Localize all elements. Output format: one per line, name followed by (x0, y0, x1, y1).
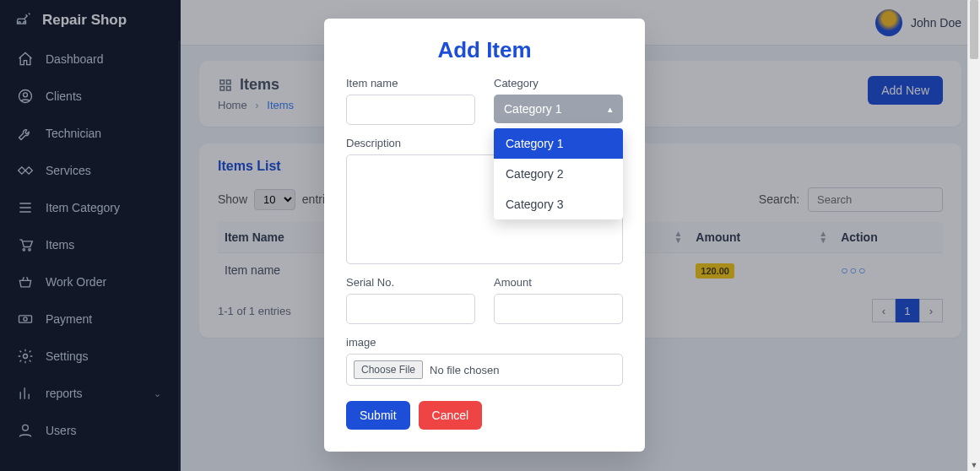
category-option-3[interactable]: Category 3 (494, 189, 623, 219)
choose-file-button[interactable]: Choose File (354, 360, 423, 379)
category-option-1[interactable]: Category 1 (494, 128, 623, 159)
label-image: image (346, 336, 623, 349)
input-amount[interactable] (494, 294, 623, 324)
add-item-modal: Add Item Item name Category Category 1 ▴… (324, 19, 645, 452)
file-none-text: No file chosen (430, 364, 499, 376)
label-category: Category (494, 77, 623, 89)
file-input-wrap[interactable]: Choose File No file chosen (346, 354, 623, 386)
label-item-name: Item name (346, 77, 475, 89)
scroll-thumb[interactable] (970, 0, 978, 59)
category-option-2[interactable]: Category 2 (494, 159, 623, 189)
scroll-down-icon[interactable]: ▼ (968, 461, 980, 469)
label-serial: Serial No. (346, 276, 475, 289)
submit-button[interactable]: Submit (346, 401, 410, 430)
input-item-name[interactable] (346, 95, 475, 125)
category-select[interactable]: Category 1 ▴ Category 1 Category 2 Categ… (494, 95, 623, 123)
page-scrollbar[interactable]: ▲ ▼ (967, 0, 980, 471)
category-selected-value: Category 1 (504, 102, 561, 116)
category-select-display[interactable]: Category 1 ▴ (494, 95, 623, 123)
category-dropdown: Category 1 Category 2 Category 3 (494, 128, 623, 219)
chevron-up-icon: ▴ (608, 104, 613, 115)
input-serial[interactable] (346, 294, 475, 324)
modal-title: Add Item (346, 37, 623, 63)
cancel-button[interactable]: Cancel (419, 401, 483, 430)
label-amount: Amount (494, 276, 623, 289)
